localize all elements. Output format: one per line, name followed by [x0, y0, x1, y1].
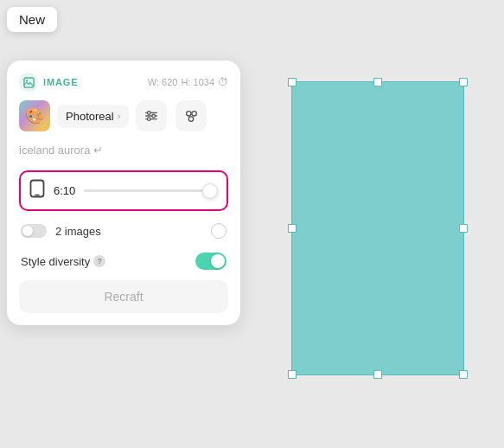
return-icon: ↵ [93, 144, 103, 157]
diversity-label: Style diversity ? [21, 255, 190, 268]
width-value: W: 620 [148, 77, 178, 87]
handle-top-mid[interactable] [373, 78, 382, 86]
height-value: H: 1034 [181, 77, 214, 87]
svg-point-10 [189, 117, 194, 121]
handle-bottom-right[interactable] [459, 370, 468, 379]
chevron-right-icon: › [118, 111, 121, 121]
image-label: IMAGE [43, 77, 78, 87]
recraft-button[interactable]: Recraft [19, 280, 228, 313]
images-radio[interactable] [211, 223, 226, 239]
new-label: New [19, 12, 45, 27]
handle-top-right[interactable] [459, 78, 468, 86]
canvas-area [268, 26, 487, 431]
main-panel: IMAGE W: 620 H: 1034 ⏱ 🎨 Photoreal › [7, 61, 240, 325]
model-select-button[interactable]: Photoreal › [57, 105, 129, 128]
prompt-text: iceland aurora [19, 144, 90, 157]
images-label: 2 images [55, 225, 202, 238]
images-toggle[interactable] [21, 224, 47, 238]
svg-point-9 [192, 112, 196, 116]
svg-point-8 [187, 112, 191, 116]
svg-rect-11 [31, 181, 44, 197]
handle-bottom-mid[interactable] [373, 370, 382, 379]
image-icon [19, 73, 38, 92]
toggle-on-thumb [211, 254, 225, 268]
diversity-toggle[interactable] [195, 253, 226, 270]
svg-point-6 [152, 114, 156, 118]
aspect-ratio-label: 6:10 [54, 184, 75, 197]
new-tooltip: New [7, 7, 57, 32]
style-icon-button[interactable] [175, 100, 207, 131]
diversity-text: Style diversity [21, 255, 90, 268]
aspect-ratio-slider[interactable] [84, 189, 218, 192]
header-row: IMAGE W: 620 H: 1034 ⏱ [19, 73, 228, 92]
handle-top-left[interactable] [288, 78, 297, 86]
diversity-row: Style diversity ? [19, 251, 228, 272]
settings-icon-button[interactable] [136, 100, 167, 131]
slider-thumb [202, 183, 218, 199]
svg-point-7 [148, 118, 151, 121]
images-row: 2 images [19, 220, 228, 242]
model-row: 🎨 Photoreal › [19, 100, 228, 131]
svg-point-1 [26, 80, 28, 81]
dimensions: W: 620 H: 1034 ⏱ [148, 76, 228, 88]
model-thumbnail: 🎨 [19, 100, 50, 131]
svg-point-5 [148, 112, 151, 115]
model-name: Photoreal [66, 110, 114, 123]
toggle-thumb [22, 226, 33, 236]
help-icon[interactable]: ? [93, 255, 105, 267]
handle-left-mid[interactable] [288, 224, 297, 233]
handle-bottom-left[interactable] [288, 370, 297, 379]
canvas-rectangle[interactable] [291, 81, 464, 375]
aspect-ratio-row[interactable]: 6:10 [19, 170, 228, 211]
prompt-area[interactable]: iceland aurora ↵ [19, 140, 228, 162]
handle-right-mid[interactable] [459, 224, 468, 233]
clock-icon[interactable]: ⏱ [218, 76, 228, 88]
phone-icon [29, 179, 45, 202]
